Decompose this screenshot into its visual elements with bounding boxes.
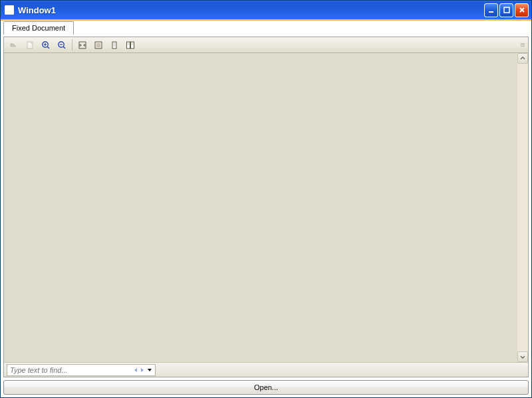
svg-line-8 bbox=[63, 47, 65, 49]
copy-button[interactable] bbox=[7, 39, 21, 52]
chevron-right-icon bbox=[140, 367, 144, 373]
fit-width-button[interactable] bbox=[75, 39, 90, 52]
zoom-in-icon bbox=[41, 40, 51, 50]
minimize-icon bbox=[487, 6, 495, 14]
svg-line-4 bbox=[47, 47, 49, 49]
chevron-up-icon bbox=[520, 56, 525, 61]
chevron-left-icon bbox=[134, 367, 138, 373]
zoom-out-button[interactable] bbox=[55, 39, 69, 52]
title-bar: Window1 bbox=[1, 1, 531, 19]
single-page-button[interactable] bbox=[107, 39, 122, 52]
print-icon bbox=[25, 40, 35, 50]
maximize-button[interactable] bbox=[499, 3, 513, 17]
toolbar-grip bbox=[520, 43, 525, 47]
scroll-down-button[interactable] bbox=[517, 351, 528, 362]
find-next-button[interactable] bbox=[139, 365, 146, 375]
whole-page-button[interactable] bbox=[91, 39, 106, 52]
open-button-label: Open... bbox=[254, 383, 278, 391]
find-bar bbox=[4, 362, 528, 377]
minimize-button[interactable] bbox=[484, 3, 498, 17]
zoom-in-button[interactable] bbox=[39, 39, 53, 52]
find-options-button[interactable] bbox=[146, 365, 154, 375]
maximize-icon bbox=[503, 6, 511, 14]
document-viewer bbox=[3, 37, 529, 377]
svg-rect-12 bbox=[96, 43, 100, 47]
window-title: Window1 bbox=[18, 5, 484, 15]
whole-page-icon bbox=[93, 40, 104, 50]
window: Window1 Fixed Document bbox=[0, 0, 532, 398]
close-button[interactable] bbox=[515, 3, 529, 17]
document-area bbox=[4, 53, 528, 362]
search-input[interactable] bbox=[10, 366, 132, 374]
vertical-scrollbar[interactable] bbox=[517, 53, 528, 362]
copy-icon bbox=[9, 40, 19, 50]
client-area: Open... bbox=[1, 35, 531, 397]
single-page-icon bbox=[109, 40, 120, 50]
tab-strip: Fixed Document bbox=[1, 19, 531, 35]
window-buttons bbox=[484, 3, 529, 17]
chevron-down-icon bbox=[520, 354, 525, 359]
two-page-button[interactable] bbox=[123, 39, 138, 52]
open-button[interactable]: Open... bbox=[3, 380, 529, 395]
svg-rect-0 bbox=[489, 11, 493, 13]
tab-label: Fixed Document bbox=[12, 24, 65, 32]
find-previous-button[interactable] bbox=[132, 365, 139, 375]
svg-rect-1 bbox=[504, 7, 509, 13]
window-icon bbox=[5, 5, 14, 15]
search-box bbox=[7, 364, 156, 376]
print-button[interactable] bbox=[23, 39, 37, 52]
fit-width-icon bbox=[77, 40, 88, 50]
toolbar-separator bbox=[72, 39, 72, 51]
tab-fixed-document[interactable]: Fixed Document bbox=[3, 21, 74, 35]
close-icon bbox=[518, 6, 526, 14]
zoom-out-icon bbox=[57, 40, 67, 50]
viewer-toolbar bbox=[4, 37, 528, 53]
two-page-icon bbox=[125, 40, 136, 50]
scroll-up-button[interactable] bbox=[517, 53, 528, 64]
chevron-down-icon bbox=[147, 368, 152, 372]
document-canvas bbox=[6, 55, 517, 360]
